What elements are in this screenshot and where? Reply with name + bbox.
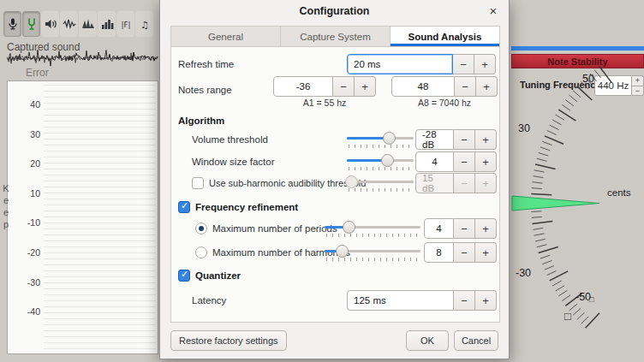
svg-text:|F|: |F| [121, 21, 130, 29]
notes-range-min-input[interactable]: -36 [273, 76, 333, 97]
spin-minus-button[interactable]: − [453, 54, 474, 74]
axis-tick-label: 30 [13, 129, 40, 139]
slider-handle[interactable] [336, 245, 349, 258]
spin-minus-button[interactable]: − [454, 151, 475, 172]
tuning-fork-button[interactable] [22, 11, 40, 37]
volume-threshold-slider[interactable] [347, 130, 414, 149]
max-harmonics-spinner: 8 − + [424, 242, 497, 263]
spin-minus-button[interactable]: − [454, 290, 475, 311]
max-harmonics-input[interactable]: 8 [424, 242, 454, 263]
max-harmonics-slider[interactable] [325, 243, 420, 262]
slider-handle[interactable] [381, 154, 394, 167]
slider-ticks [349, 167, 412, 170]
gauge-label-50: 50 [582, 73, 594, 85]
spin-plus-button[interactable]: + [475, 290, 497, 311]
spin-minus-button[interactable]: − [454, 242, 475, 263]
refresh-time-input[interactable]: 20 ms [347, 54, 453, 74]
slider-handle[interactable] [343, 221, 355, 234]
microphone-button[interactable] [3, 11, 21, 37]
microphone-icon [6, 17, 20, 31]
tab-general[interactable]: General [171, 27, 281, 46]
window-size-factor-input[interactable]: 4 [415, 151, 454, 172]
slider-ticks [349, 145, 412, 148]
cents-gauge [510, 60, 644, 362]
max-periods-radio[interactable] [195, 223, 207, 234]
notes-range-max-input[interactable]: 48 [391, 76, 455, 97]
notes-range-label: Notes range [178, 80, 232, 100]
note-glyph-box-small: □ [589, 295, 593, 304]
max-periods-spinner: 4 − + [424, 218, 497, 239]
gauge-label-minus30: -30 [516, 267, 531, 279]
notes-range-min-hint: A1 = 55 hz [273, 97, 376, 109]
volume-threshold-spinner: -28 dB − + [415, 129, 497, 150]
slider-handle [345, 175, 358, 188]
spin-minus-button[interactable]: − [455, 76, 476, 97]
window-size-factor-slider[interactable] [347, 152, 414, 171]
speaker-icon [44, 17, 57, 31]
spin-plus-button[interactable]: + [475, 129, 497, 150]
subharmonic-input: 15 dB [415, 173, 454, 193]
subharmonic-slider [347, 174, 414, 193]
formants-button[interactable]: |F| [116, 11, 134, 37]
window-size-factor-label: Window size factor [192, 151, 275, 172]
subharmonic-label: Use sub-harmonic audibility threshold [209, 173, 366, 193]
ok-button[interactable]: OK [406, 330, 449, 351]
max-periods-slider[interactable] [325, 219, 420, 238]
tab-sound-analysis[interactable]: Sound Analysis [391, 27, 499, 46]
axis-tick-label: 20 [13, 158, 40, 169]
frequency-refinement-checkbox[interactable] [178, 201, 190, 213]
notes-range-max-spinner: 48 − + [391, 76, 498, 97]
close-icon[interactable]: × [486, 3, 501, 19]
slider-handle[interactable] [383, 132, 396, 145]
max-periods-input[interactable]: 4 [424, 218, 454, 239]
axis-tick-label: 10 [13, 188, 40, 199]
spin-plus-button[interactable]: + [476, 76, 498, 97]
spin-plus-button: + [475, 173, 497, 193]
axis-tick-label: -10 [13, 217, 40, 228]
subharmonic-spinner: 15 dB − + [415, 173, 497, 193]
notes-icon: ♫ [138, 17, 152, 31]
spin-plus-button[interactable]: + [474, 54, 496, 74]
spin-plus-button[interactable]: + [475, 218, 497, 239]
quantizer-label: Quantizer [195, 265, 241, 286]
restore-factory-settings-button[interactable]: Restore factory settings [170, 330, 287, 351]
spin-plus-button[interactable]: + [475, 242, 497, 263]
main-toolbar: |F| ♫ [3, 11, 153, 37]
spectrum-button[interactable] [79, 11, 97, 37]
frequency-refinement-label: Frequency refinement [195, 197, 298, 217]
slider-ticks [326, 258, 419, 261]
gauge-ticks [531, 66, 611, 328]
cents-unit-label: cents [607, 187, 631, 198]
gauge-label-30: 30 [518, 122, 530, 134]
waveform-icon [63, 17, 76, 31]
cancel-button[interactable]: Cancel [454, 330, 498, 351]
quantizer-checkbox[interactable] [178, 270, 190, 282]
axis-tick-label: -40 [13, 306, 40, 317]
histogram-button[interactable] [98, 11, 116, 37]
error-plot-gridlines [44, 85, 156, 350]
subharmonic-checkbox[interactable] [192, 177, 204, 189]
speaker-button[interactable] [41, 11, 59, 37]
spin-minus-button: − [454, 173, 475, 193]
notes-range-min-spinner: -36 − + [273, 76, 376, 97]
spin-plus-button[interactable]: + [355, 76, 376, 97]
spin-minus-button[interactable]: − [454, 129, 475, 150]
svg-text:♫: ♫ [140, 20, 149, 31]
volume-level-bar [511, 46, 644, 50]
axis-tick-label: -30 [13, 277, 40, 288]
tab-capture-system[interactable]: Capture System [281, 27, 391, 46]
spin-plus-button[interactable]: + [475, 151, 497, 172]
notes-button[interactable]: ♫ [135, 11, 153, 37]
spin-minus-button[interactable]: − [333, 76, 355, 97]
waveform-button[interactable] [60, 11, 78, 37]
window-size-factor-spinner: 4 − + [415, 151, 497, 172]
latency-input[interactable]: 125 ms [347, 290, 454, 311]
axis-tick-label: -20 [13, 247, 40, 258]
volume-threshold-input[interactable]: -28 dB [415, 129, 454, 150]
axis-tick-label: 40 [13, 99, 40, 110]
spin-minus-button[interactable]: − [454, 218, 475, 239]
latency-spinner: 125 ms − + [347, 290, 497, 311]
max-harmonics-radio[interactable] [195, 246, 207, 258]
note-glyph-box: □ [564, 310, 571, 323]
spectrum-icon [81, 17, 95, 31]
